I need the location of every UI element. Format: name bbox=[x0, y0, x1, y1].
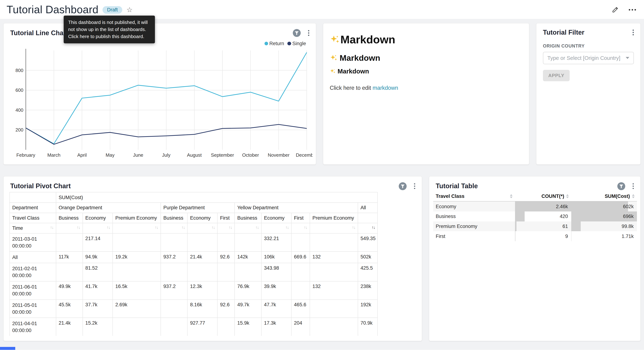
svg-text:February: February bbox=[16, 152, 35, 158]
pivot-time-cell: 2011-04-0100:00:00 bbox=[10, 318, 56, 336]
sort-icon[interactable]: ↑↓ bbox=[256, 225, 259, 230]
pivot-cell bbox=[234, 263, 261, 281]
kebab-menu-icon[interactable] bbox=[306, 30, 311, 36]
sort-icon[interactable]: ↑↓ bbox=[352, 225, 355, 230]
travel-class-cell: First bbox=[433, 231, 515, 241]
sort-icon[interactable]: ↑↓ bbox=[304, 225, 307, 230]
card-header: Tutorial Pivot Chart bbox=[4, 176, 422, 190]
kebab-menu-icon[interactable] bbox=[630, 29, 636, 36]
pivot-cell bbox=[188, 263, 217, 281]
sort-icon[interactable]: ↑↓ bbox=[77, 225, 80, 230]
pivot-cell: 81.52 bbox=[83, 263, 113, 281]
markdown-heading-2-text: Markdown bbox=[340, 53, 380, 63]
sort-icon[interactable]: ↑↓ bbox=[50, 225, 53, 230]
sort-icon[interactable]: ↑↓ bbox=[229, 225, 232, 230]
pivot-cell bbox=[217, 234, 234, 252]
pivot-row: 2011-02-0100:00:0081.52343.98425.5 bbox=[10, 263, 378, 281]
pivot-cell: 465.6 bbox=[291, 300, 310, 318]
svg-text:600: 600 bbox=[16, 88, 23, 93]
filter-funnel-icon[interactable] bbox=[292, 29, 301, 37]
pivot-cell: 142k bbox=[234, 252, 261, 263]
col-header-sum-cost[interactable]: SUM(Cost) bbox=[571, 191, 637, 202]
travel-class-cell: Economy bbox=[433, 201, 515, 212]
pivot-class-header: Premium Economy bbox=[310, 213, 358, 223]
sort-icon[interactable] bbox=[510, 194, 512, 198]
pivot-cell bbox=[161, 300, 188, 318]
card-title: Tutorial Filter bbox=[543, 29, 584, 36]
pivot-cell bbox=[113, 263, 161, 281]
sort-icon[interactable]: ↑↓ bbox=[155, 225, 158, 230]
pivot-time-cell: 2011-05-0100:00:00 bbox=[10, 300, 56, 318]
pivot-cell bbox=[291, 281, 310, 300]
pivot-cell bbox=[56, 263, 83, 281]
sort-icon[interactable]: ↑↓ bbox=[285, 225, 288, 230]
pivot-cell bbox=[217, 281, 234, 300]
pivot-cell: 132 bbox=[310, 281, 358, 300]
svg-text:September: September bbox=[211, 152, 234, 158]
markdown-heading-3: Markdown bbox=[330, 68, 522, 75]
card-title: Tutorial Table bbox=[436, 182, 478, 190]
sort-icon[interactable]: ↑↓ bbox=[182, 225, 185, 230]
draft-badge[interactable]: Draft bbox=[102, 6, 122, 14]
select-placeholder: Type or Select [Origin Country] bbox=[547, 55, 620, 61]
pivot-cell: 39.9k bbox=[262, 281, 291, 300]
filter-funnel-icon[interactable] bbox=[398, 182, 407, 190]
pivot-cell bbox=[310, 234, 358, 252]
data-table-wrap: Travel ClassCOUNT(*)SUM(Cost) Economy2.4… bbox=[433, 191, 636, 241]
pivot-cell: 92.6 bbox=[217, 252, 234, 263]
sort-icon[interactable]: ↑↓ bbox=[107, 225, 110, 230]
legend-item-single[interactable]: Single bbox=[287, 40, 306, 46]
sum-cost-cell: 99.8k bbox=[571, 222, 637, 232]
apply-button[interactable]: APPLY bbox=[543, 70, 570, 81]
chart-legend: ReturnSingle bbox=[264, 40, 306, 46]
pivot-cell: 17.3k bbox=[262, 318, 291, 336]
pivot-class-header: Economy bbox=[188, 213, 217, 223]
filter-funnel-icon[interactable] bbox=[617, 182, 626, 190]
svg-text:August: August bbox=[187, 152, 202, 158]
pivot-row: All117k94.9k19.2k937.221.4k92.6142k106k6… bbox=[10, 252, 378, 263]
markdown-card: Markdown Markdown Markdown Click here to… bbox=[323, 23, 530, 165]
kebab-menu-icon[interactable] bbox=[630, 183, 636, 189]
sort-icon[interactable] bbox=[566, 194, 569, 198]
pivot-cell bbox=[217, 318, 234, 336]
kebab-menu-icon[interactable] bbox=[412, 183, 417, 189]
sort-icon[interactable]: ↑↓ bbox=[372, 225, 375, 230]
markdown-body: Markdown Markdown Markdown Click here to… bbox=[323, 24, 529, 91]
pivot-cell bbox=[188, 234, 217, 252]
pivot-cell bbox=[310, 300, 358, 318]
pivot-class-row: Travel ClassBusinessEconomyPremium Econo… bbox=[10, 213, 378, 223]
pivot-group-header: Orange Department bbox=[56, 202, 161, 213]
line-chart-card: Tutorial Line Chart ReturnSingle 2004006… bbox=[3, 23, 316, 165]
table-row: Economy2.46k602k bbox=[433, 201, 637, 212]
sort-icon[interactable]: ↑↓ bbox=[212, 225, 215, 230]
star-icon[interactable]: ☆ bbox=[126, 6, 133, 14]
publish-tooltip[interactable]: This dashboard is not published, it will… bbox=[64, 16, 155, 43]
sort-icon[interactable] bbox=[632, 194, 634, 198]
table-card: Tutorial Table Travel ClassCOUNT(*)SUM(C… bbox=[429, 176, 641, 341]
col-header-travel-class[interactable]: Travel Class bbox=[433, 191, 515, 202]
dashboard-canvas: Tutorial Dashboard Draft ☆ This dashboar… bbox=[0, 0, 644, 350]
pivot-cell: 12.3k bbox=[188, 281, 217, 300]
legend-item-return[interactable]: Return bbox=[264, 40, 284, 46]
svg-text:October: October bbox=[242, 152, 259, 158]
sum-cost-cell: 696k bbox=[571, 212, 637, 222]
origin-country-select[interactable]: Type or Select [Origin Country] bbox=[543, 52, 634, 64]
pivot-metric-row: SUM(Cost) bbox=[10, 192, 378, 202]
svg-text:April: April bbox=[77, 152, 87, 158]
svg-text:March: March bbox=[47, 152, 60, 158]
pivot-cell bbox=[310, 318, 358, 336]
svg-text:400: 400 bbox=[16, 107, 23, 113]
pivot-cell: 16.5k bbox=[113, 281, 161, 300]
pivot-cell: 669.6 bbox=[291, 252, 310, 263]
pivot-cell: 47.7k bbox=[262, 300, 291, 318]
pivot-cell: 45.5k bbox=[56, 300, 83, 318]
pivot-cell: 94.9k bbox=[83, 252, 113, 263]
svg-text:June: June bbox=[133, 152, 143, 158]
ellipsis-icon[interactable] bbox=[628, 6, 636, 13]
pivot-cell: 41.7k bbox=[83, 281, 113, 300]
markdown-heading-3-text: Markdown bbox=[338, 68, 369, 75]
markdown-edit-link[interactable]: markdown bbox=[372, 85, 398, 91]
col-header-count[interactable]: COUNT(*) bbox=[515, 191, 571, 202]
pivot-cell: 2.69k bbox=[113, 300, 161, 318]
pencil-icon[interactable] bbox=[612, 6, 619, 14]
